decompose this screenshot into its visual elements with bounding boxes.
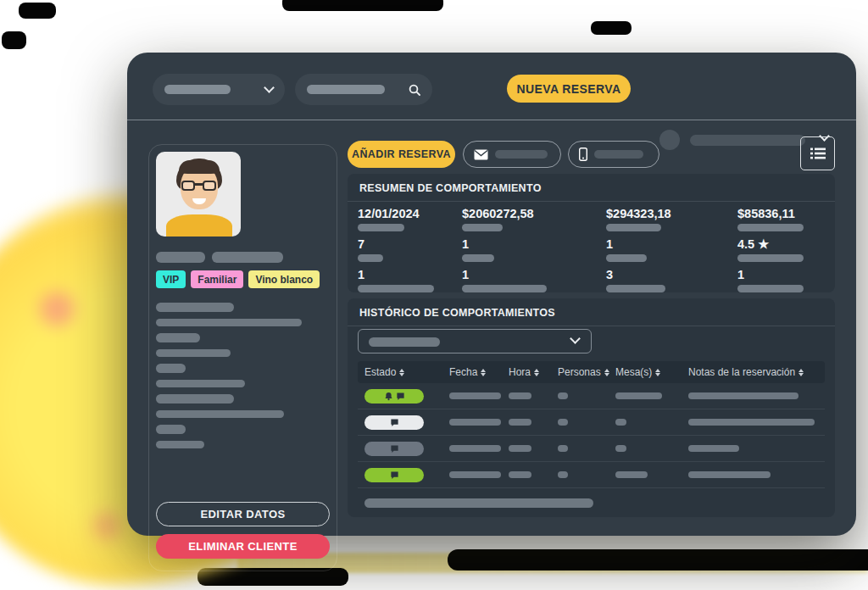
stat-label-placeholder (737, 224, 804, 231)
detail-placeholder (156, 410, 284, 418)
client-details (156, 303, 330, 455)
sort-icon (655, 369, 660, 376)
mesa-placeholder (615, 392, 662, 399)
new-reservation-button[interactable]: NUEVA RESERVA (507, 75, 631, 103)
personas-placeholder (558, 419, 568, 426)
stat-label-placeholder (462, 254, 494, 262)
mesa-placeholder (615, 471, 648, 478)
sort-icon (798, 369, 804, 376)
add-reservation-button[interactable]: AÑADIR RESERVA (348, 141, 455, 168)
table-row[interactable] (358, 436, 825, 462)
filter-dropdown[interactable] (153, 74, 285, 105)
mesa-placeholder (615, 419, 626, 426)
summary-title: RESUMEN DE COMPORTAMIENTO (348, 174, 835, 201)
sort-icon (399, 369, 404, 376)
column-header-fecha[interactable]: Fecha (449, 366, 509, 378)
summary-stat: 1 (462, 237, 606, 262)
column-header-hora[interactable]: Hora (509, 366, 558, 378)
client-tag[interactable]: Familiar (191, 270, 243, 288)
detail-placeholder (156, 303, 234, 312)
summary-stat: $294323,18 (606, 207, 737, 231)
table-row[interactable] (358, 409, 825, 436)
column-header-notas-de-la-reservaci-n[interactable]: Notas de la reservación (688, 366, 825, 378)
bell-icon (384, 392, 393, 401)
table-row[interactable] (358, 383, 825, 409)
column-label: Personas (558, 366, 601, 378)
photo-glasses (194, 183, 203, 186)
column-label: Mesa(s) (615, 366, 652, 378)
stat-value: 1 (737, 268, 835, 281)
behavior-summary-panel: RESUMEN DE COMPORTAMIENTO 12/01/2024$206… (348, 174, 835, 292)
stat-value: 1 (358, 268, 462, 281)
chat-icon (390, 444, 399, 454)
client-phone-field[interactable] (568, 141, 659, 168)
notas-placeholder (688, 471, 771, 478)
decorative-shape (591, 21, 632, 35)
edit-client-button[interactable]: EDITAR DATOS (156, 502, 330, 526)
photo-hair (179, 160, 220, 174)
search-input[interactable] (295, 74, 432, 105)
fecha-placeholder (449, 445, 501, 452)
placeholder-text (164, 85, 231, 94)
notas-placeholder (688, 392, 798, 399)
column-header-estado[interactable]: Estado (364, 366, 449, 378)
phone-placeholder (594, 150, 643, 159)
client-profile-card: VIPFamiliarVino blanco EDITAR DATOS ELIM… (148, 144, 337, 571)
status-badge-muted[interactable] (364, 442, 424, 456)
stat-label-placeholder (737, 254, 804, 262)
decorative-shape (448, 549, 868, 571)
hora-placeholder (509, 445, 531, 452)
photo-shirt (166, 214, 232, 237)
detail-placeholder (156, 425, 186, 434)
search-icon (409, 84, 420, 96)
status-badge-confirmed[interactable] (364, 389, 424, 404)
summary-stat: 7 (358, 237, 462, 262)
history-filter-dropdown[interactable] (358, 329, 592, 353)
status-badge-confirmed[interactable] (364, 468, 424, 482)
mail-icon (474, 149, 488, 160)
app-window: NUEVA RESERVA VIPFamiliarVino blanco EDI… (127, 53, 856, 536)
photo-glasses (181, 181, 195, 191)
summary-stat: $2060272,58 (462, 207, 606, 231)
history-title: HISTÓRICO DE COMPORTAMIENTOS (348, 298, 835, 326)
stat-value: 1 (462, 237, 606, 251)
summary-stat: 3 (606, 268, 737, 292)
client-lastname-placeholder (212, 252, 283, 263)
list-view-button[interactable] (800, 136, 835, 170)
client-tag[interactable]: Vino blanco (248, 270, 320, 288)
stat-value: $85836,11 (737, 207, 835, 220)
page: { "topbar": { "new_reservation_button": … (0, 0, 868, 590)
summary-stat: 1 (737, 268, 835, 292)
user-avatar[interactable] (659, 130, 680, 150)
fecha-placeholder (449, 471, 501, 478)
stat-value: $294323,18 (606, 207, 737, 220)
client-tag[interactable]: VIP (156, 270, 186, 288)
column-header-personas[interactable]: Personas (558, 366, 615, 378)
sort-icon (534, 369, 539, 376)
stat-label-placeholder (462, 224, 503, 231)
table-header-row: EstadoFechaHoraPersonasMesa(s)Notas de l… (358, 361, 825, 383)
stat-value: 4.5 ★ (737, 237, 835, 251)
detail-placeholder (156, 394, 234, 404)
status-badge-neutral[interactable] (364, 415, 424, 430)
stat-label-placeholder (358, 254, 383, 262)
table-row[interactable] (358, 462, 825, 488)
fecha-placeholder (449, 392, 501, 399)
chevron-down-icon (264, 82, 275, 93)
personas-placeholder (558, 392, 568, 399)
column-label: Estado (364, 366, 396, 378)
client-email-field[interactable] (463, 141, 561, 168)
delete-client-button[interactable]: ELIMINAR CLIENTE (156, 534, 330, 559)
summary-stat: 1 (462, 268, 606, 292)
client-tags: VIPFamiliarVino blanco (156, 270, 320, 288)
email-placeholder (495, 150, 548, 159)
pagination-placeholder[interactable] (364, 498, 593, 508)
mesa-placeholder (615, 445, 626, 452)
stat-label-placeholder (606, 224, 661, 231)
summary-stat: 12/01/2024 (358, 207, 462, 231)
column-label: Hora (509, 366, 531, 378)
stat-label-placeholder (606, 285, 665, 292)
table-body (358, 383, 825, 488)
stat-label-placeholder (737, 285, 804, 292)
column-header-mesa-s-[interactable]: Mesa(s) (615, 366, 688, 378)
